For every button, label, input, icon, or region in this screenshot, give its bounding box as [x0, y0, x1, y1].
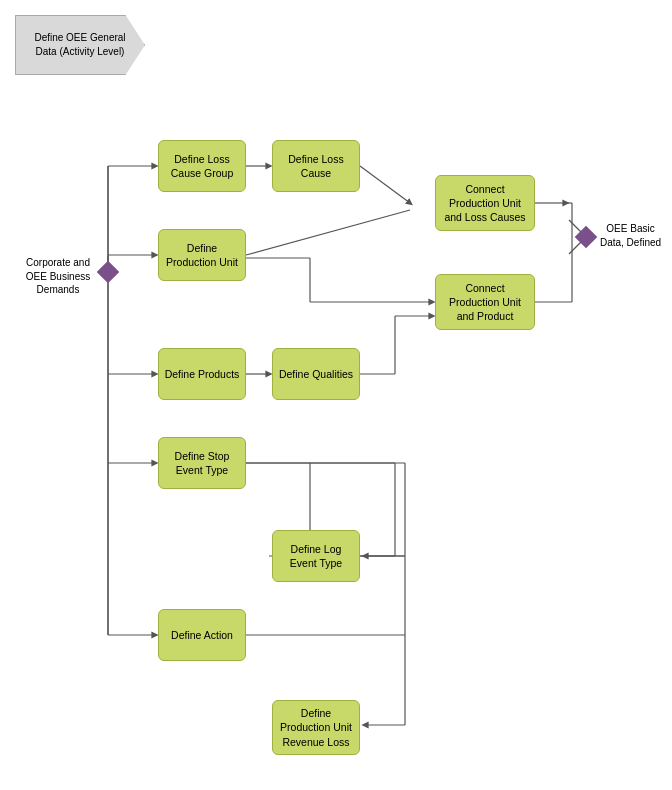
define-production-unit-box[interactable]: Define Production Unit — [158, 229, 246, 281]
start-milestone — [97, 261, 120, 284]
define-action-box[interactable]: Define Action — [158, 609, 246, 661]
end-milestone — [575, 226, 598, 249]
connect-prod-loss-box[interactable]: Connect Production Unit and Loss Causes — [435, 175, 535, 231]
define-stop-event-box[interactable]: Define Stop Event Type — [158, 437, 246, 489]
diagram-container: Define OEE General Data (Activity Level) — [0, 0, 672, 790]
end-label: OEE Basic Data, Defined — [598, 222, 663, 249]
start-label: Corporate and OEE Business Demands — [20, 256, 96, 297]
define-loss-cause-box[interactable]: Define Loss Cause — [272, 140, 360, 192]
define-loss-cause-group-box[interactable]: Define Loss Cause Group — [158, 140, 246, 192]
define-log-event-box[interactable]: Define Log Event Type — [272, 530, 360, 582]
svg-line-13 — [246, 210, 410, 255]
svg-line-12 — [360, 166, 410, 203]
activity-title: Define OEE General Data (Activity Level) — [28, 31, 132, 59]
define-qualities-box[interactable]: Define Qualities — [272, 348, 360, 400]
activity-label: Define OEE General Data (Activity Level) — [15, 15, 145, 75]
connect-prod-product-box[interactable]: Connect Production Unit and Product — [435, 274, 535, 330]
define-products-box[interactable]: Define Products — [158, 348, 246, 400]
define-rev-loss-box[interactable]: Define Production Unit Revenue Loss — [272, 700, 360, 755]
